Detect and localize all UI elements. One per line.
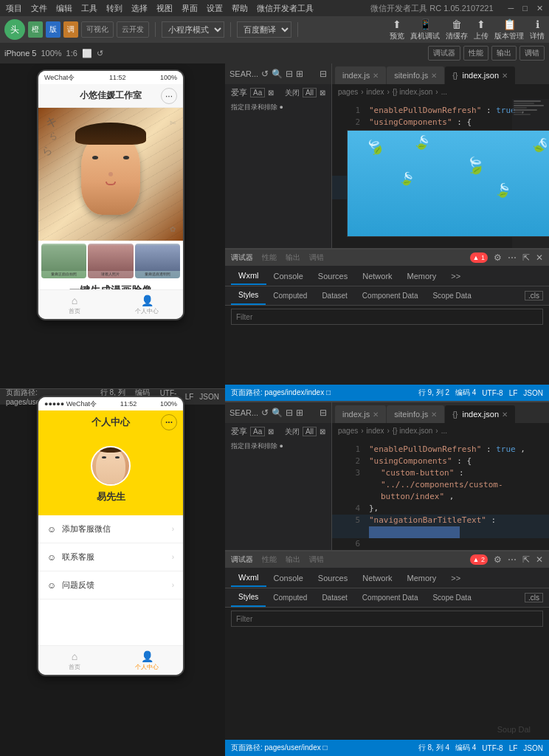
menu-item-help[interactable]: 帮助 bbox=[232, 3, 248, 14]
filter-btn[interactable]: ⊟ bbox=[286, 69, 293, 79]
style-tab-styles[interactable]: Styles bbox=[231, 287, 266, 305]
devtools-tab-perf[interactable]: 性能 bbox=[262, 252, 277, 263]
devtools-close-bottom[interactable]: ✕ bbox=[536, 554, 543, 565]
tab-more[interactable]: >> bbox=[443, 267, 468, 285]
more-btn-profile[interactable]: ··· bbox=[161, 414, 177, 430]
tab-wxml[interactable]: Wxml bbox=[231, 267, 266, 285]
window-maximize[interactable]: □ bbox=[522, 4, 528, 13]
menu-item-edit[interactable]: 编辑 bbox=[56, 3, 72, 14]
devtools-btab-perf[interactable]: 性能 bbox=[262, 554, 277, 565]
close-btab-3[interactable]: ✕ bbox=[502, 410, 508, 419]
style-btab-scope[interactable]: Scope Data bbox=[425, 589, 478, 607]
more-button[interactable]: ··· bbox=[161, 88, 177, 104]
tab-btn-1[interactable]: 橙 bbox=[28, 21, 43, 38]
tab-sources-b[interactable]: Sources bbox=[311, 569, 355, 587]
tab-console-b[interactable]: Console bbox=[266, 569, 311, 587]
cls-btn-top[interactable]: .cls bbox=[525, 291, 543, 300]
tab-network-b[interactable]: Network bbox=[355, 569, 399, 587]
devtools-settings-bottom[interactable]: ⚙ bbox=[494, 554, 502, 565]
version-mgr-btn[interactable]: 📋版本管理 bbox=[494, 18, 524, 41]
bc-more[interactable]: ... bbox=[441, 88, 447, 96]
devtools-tab-error[interactable]: 调错 bbox=[309, 252, 324, 263]
preview-btn[interactable]: ⬆预览 bbox=[390, 18, 404, 41]
refresh-btn[interactable]: ↺ bbox=[261, 69, 269, 79]
style-btab-dataset[interactable]: Dataset bbox=[314, 589, 354, 607]
search-icon-btn[interactable]: 🔍 bbox=[272, 69, 283, 79]
style-tab-dataset[interactable]: Dataset bbox=[314, 287, 354, 305]
close-btab-1[interactable]: ✕ bbox=[373, 410, 379, 419]
filter-btn-b[interactable]: ⊟ bbox=[286, 408, 293, 418]
expand-icon[interactable]: ⬜ bbox=[82, 49, 92, 58]
tab-siteinfo-js-bottom[interactable]: siteinfo.js ✕ bbox=[387, 405, 444, 423]
tab-home-b[interactable]: ⌂ 首页 bbox=[38, 650, 111, 671]
bc-pages-b[interactable]: pages bbox=[338, 427, 358, 435]
close-btab-2[interactable]: ✕ bbox=[431, 410, 437, 419]
clear-cache-btn[interactable]: 🗑清缓存 bbox=[446, 18, 468, 41]
cloud-btn[interactable]: 云开发 bbox=[117, 21, 149, 38]
style-btab-styles[interactable]: Styles bbox=[231, 589, 266, 607]
tab-home[interactable]: ⌂ 首页 bbox=[38, 295, 111, 315]
devtools-close-top[interactable]: ✕ bbox=[536, 252, 543, 263]
bc-json-b[interactable]: {} index.json bbox=[393, 427, 433, 435]
style-tab-scope[interactable]: Scope Data bbox=[425, 287, 478, 305]
style-btab-component[interactable]: Component Data bbox=[355, 589, 426, 607]
debug-btn[interactable]: 📱真机调试 bbox=[410, 18, 440, 41]
tab-more-b[interactable]: >> bbox=[443, 569, 468, 587]
tab-network[interactable]: Network bbox=[355, 267, 399, 285]
tab-sources[interactable]: Sources bbox=[311, 267, 355, 285]
menu-item-project[interactable]: 项目 bbox=[6, 3, 22, 14]
devtools-btab-error[interactable]: 调错 bbox=[309, 554, 324, 565]
search-icon-btn-b[interactable]: 🔍 bbox=[272, 408, 283, 418]
tab-btn-2[interactable]: 版 bbox=[46, 21, 61, 38]
tab-profile-b[interactable]: 👤 个人中心 bbox=[111, 650, 183, 671]
bc-index-b[interactable]: index bbox=[367, 427, 384, 435]
close-search-btn[interactable]: 关闭 bbox=[285, 88, 300, 98]
toolbar2-btn-2[interactable]: 性能 bbox=[463, 46, 488, 61]
tab-btn-3[interactable]: 调 bbox=[63, 21, 78, 38]
tab-console[interactable]: Console bbox=[266, 267, 311, 285]
collapse-panel-btn[interactable]: ⊟ bbox=[320, 69, 327, 79]
mode-dropdown[interactable]: 小程序模式 bbox=[162, 21, 224, 38]
devtools-detach-top[interactable]: ⇱ bbox=[522, 252, 530, 263]
menu-item-view[interactable]: 视图 bbox=[156, 3, 173, 14]
devtools-tab-output[interactable]: 输出 bbox=[286, 252, 300, 263]
thumb-3[interactable]: 量廊选底透明照 bbox=[135, 244, 180, 278]
bc-index[interactable]: index bbox=[367, 88, 384, 96]
menu-item-feedback[interactable]: ☺ 问题反馈 › bbox=[38, 571, 183, 599]
tab-siteinfo-js-top[interactable]: siteinfo.js ✕ bbox=[387, 66, 444, 84]
devtools-btab-debugger[interactable]: 调试器 bbox=[231, 554, 253, 565]
upload-btn[interactable]: ⬆上传 bbox=[474, 18, 488, 41]
style-tab-component[interactable]: Component Data bbox=[355, 287, 426, 305]
thumb-1[interactable]: 量廊正面自拍照 bbox=[41, 244, 86, 278]
window-minimize[interactable]: ─ bbox=[508, 4, 514, 13]
tab-index-json-bottom[interactable]: {} index.json ✕ bbox=[445, 405, 515, 423]
details-btn[interactable]: ℹ详情 bbox=[530, 18, 545, 41]
menu-item-tools[interactable]: 工具 bbox=[81, 3, 97, 14]
bc-json[interactable]: {} index.json bbox=[393, 88, 433, 96]
bc-more-b[interactable]: ... bbox=[441, 427, 447, 435]
menu-item-contact[interactable]: ☺ 联系客服 › bbox=[38, 543, 183, 571]
tab-index-js-bottom[interactable]: index.js ✕ bbox=[335, 405, 386, 423]
devtools-tab-debugger[interactable]: 调试器 bbox=[231, 252, 253, 263]
terminal-btn[interactable]: ⊞ bbox=[296, 69, 303, 79]
thumb-2[interactable]: 请着人照片 bbox=[88, 244, 133, 278]
toolbar2-btn-1[interactable]: 调试器 bbox=[428, 46, 460, 61]
devtools-more-top[interactable]: ⋯ bbox=[508, 252, 517, 263]
style-btab-computed[interactable]: Computed bbox=[266, 589, 314, 607]
close-tab-3[interactable]: ✕ bbox=[502, 72, 508, 80]
menu-item-select[interactable]: 选择 bbox=[131, 3, 148, 14]
toolbar2-btn-4[interactable]: 调错 bbox=[519, 46, 545, 61]
tab-memory[interactable]: Memory bbox=[400, 267, 444, 285]
filter-input-bottom[interactable] bbox=[231, 611, 543, 627]
filter-input-top[interactable] bbox=[231, 309, 543, 325]
close-tab-2[interactable]: ✕ bbox=[431, 72, 437, 80]
menu-item-wechat[interactable]: 微信开发者工具 bbox=[257, 3, 314, 14]
refresh-btn-b[interactable]: ↺ bbox=[261, 408, 269, 418]
compile-btn[interactable]: 可视化 bbox=[81, 21, 114, 38]
tab-profile[interactable]: 👤 个人中心 bbox=[111, 295, 183, 315]
close-search-btn-b[interactable]: 关闭 bbox=[285, 427, 300, 437]
toolbar2-btn-3[interactable]: 输出 bbox=[491, 46, 517, 61]
rotate-icon[interactable]: ↺ bbox=[97, 49, 103, 58]
devtools-detach-bottom[interactable]: ⇱ bbox=[522, 554, 530, 565]
translate-dropdown[interactable]: 百度翻译 bbox=[237, 21, 291, 38]
